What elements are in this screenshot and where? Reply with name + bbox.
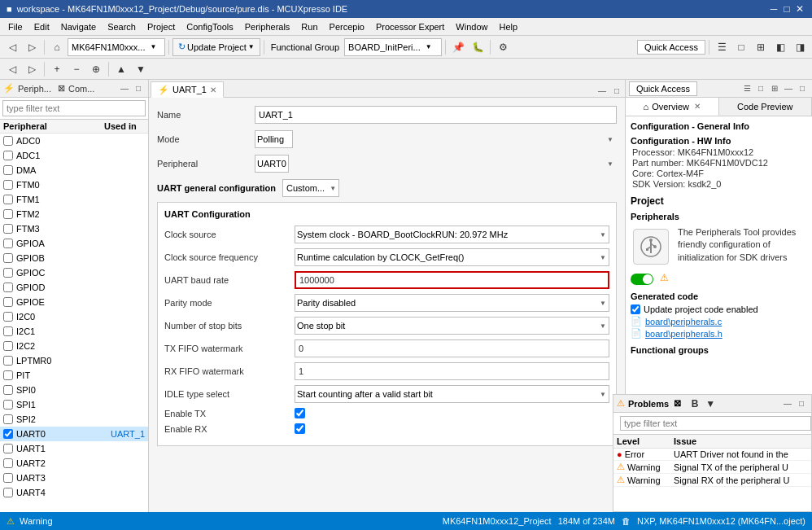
problems-filter-input[interactable] [620,416,811,431]
minimize-button[interactable]: ─ [768,3,779,15]
ftm0-checkbox[interactable] [3,180,13,190]
problem-row-error[interactable]: ● Error UART Driver not found in the [613,449,811,461]
toolbar-extra-1[interactable]: ☰ [713,38,731,56]
board-peripherals-c-link[interactable]: board\peripherals.c [645,317,722,326]
list-item[interactable]: LPTMR0 [0,353,148,368]
list-item[interactable]: FTM0 [0,177,148,192]
problems-bold-btn[interactable]: B [688,396,702,411]
list-item[interactable]: FTM1 [0,192,148,207]
menu-edit[interactable]: Edit [29,20,55,33]
peripheral-toggle[interactable] [631,274,653,285]
center-panel-max[interactable]: □ [610,84,623,97]
gpioc-checkbox[interactable] [3,268,13,278]
menu-run[interactable]: Run [296,20,322,33]
clock-source-freq-select[interactable]: Runtime calculation by CLOCK_GetFreq() [295,248,609,266]
list-item[interactable]: UART3 [0,471,148,485]
functional-group-dropdown[interactable]: BOARD_InitPeri... ▼ [344,38,442,56]
adc1-checkbox[interactable] [3,151,13,160]
i2c2-checkbox[interactable] [3,341,13,351]
menu-percepio[interactable]: Percepio [325,20,369,33]
uart1-tab[interactable]: ⚡ UART_1 ✕ [151,81,224,98]
debug-button[interactable]: 🐛 [469,38,487,56]
menu-peripherals[interactable]: Peripherals [240,20,295,33]
filter-input[interactable] [2,100,146,116]
gpioe-checkbox[interactable] [3,297,13,307]
list-item[interactable]: FTM3 [0,221,148,236]
problems-maximize[interactable]: □ [795,397,808,410]
project-dropdown[interactable]: MK64FN1M0xxx... ▼ [68,38,165,56]
menu-search[interactable]: Search [103,20,141,33]
pin-button[interactable]: 📌 [449,38,467,56]
list-item[interactable]: UART1 [0,441,148,456]
right-panel-btn-2[interactable]: □ [754,82,767,95]
clock-source-select[interactable]: System clock - BOARD_BootClockRUN: 20.97… [295,226,609,243]
ftm1-checkbox[interactable] [3,195,13,204]
quick-access-button[interactable]: Quick Access [637,40,705,55]
periph-add[interactable]: + [48,60,66,78]
code-preview-tab[interactable]: Code Preview [719,98,813,116]
update-project-checkbox[interactable] [631,304,640,314]
menu-file[interactable]: File [3,20,28,33]
settings-button[interactable]: ⚙ [494,38,512,56]
i2c1-checkbox[interactable] [3,326,13,336]
list-item[interactable]: DMA [0,163,148,177]
list-item[interactable]: SPI2 [0,412,148,427]
home-button[interactable]: ⌂ [48,38,66,56]
list-item[interactable]: I2C0 [0,309,148,324]
list-item[interactable]: GPIOD [0,280,148,295]
periph-down[interactable]: ▼ [132,60,150,78]
problem-row-warning-1[interactable]: ⚠ Warning Signal TX of the peripheral U [613,461,811,474]
menu-processorexpert[interactable]: Processor Expert [371,20,449,33]
stop-bits-select[interactable]: One stop bit Two stop bits [295,317,609,335]
menu-window[interactable]: Window [451,20,492,33]
adc0-checkbox[interactable] [3,136,13,146]
board-peripherals-h-link[interactable]: board\peripherals.h [645,329,723,339]
idle-type-select[interactable]: Start counting after a valid start bit [295,385,609,403]
uart1-tab-close[interactable]: ✕ [210,85,216,94]
toolbar-extra-4[interactable]: ◧ [771,38,789,56]
gpiod-checkbox[interactable] [3,283,13,292]
list-item[interactable]: PIT [0,368,148,383]
periph-copy[interactable]: ⊕ [87,60,105,78]
list-item[interactable]: UART2 [0,456,148,471]
maximize-button[interactable]: □ [781,3,792,15]
lptmr0-checkbox[interactable] [3,356,13,366]
periph-remove[interactable]: − [68,60,85,78]
list-item[interactable]: GPIOA [0,236,148,251]
list-item[interactable]: SPI0 [0,383,148,397]
spi1-checkbox[interactable] [3,400,13,410]
list-item[interactable]: UART4 [0,485,148,500]
forward-button[interactable]: ▷ [23,38,41,56]
mode-select[interactable]: Polling Interrupt DMA [255,130,293,148]
i2c0-checkbox[interactable] [3,312,13,322]
baud-rate-input[interactable] [295,271,609,289]
problem-row-warning-2[interactable]: ⚠ Warning Signal RX of the peripheral U [613,474,811,487]
panel-maximize-btn[interactable]: □ [132,82,145,95]
right-panel-btn-1[interactable]: ☰ [740,82,753,95]
center-panel-min[interactable]: — [596,84,609,97]
periph-forward[interactable]: ▷ [23,60,41,78]
uart0-list-item[interactable]: UART0UART_1 [0,427,148,441]
gpioa-checkbox[interactable] [3,239,13,248]
list-item[interactable]: GPIOB [0,251,148,265]
pit-checkbox[interactable] [3,370,13,380]
menu-configtools[interactable]: ConfigTools [181,20,238,33]
overview-tab-close[interactable]: ✕ [694,102,701,111]
menu-project[interactable]: Project [142,20,180,33]
uart3-checkbox[interactable] [3,473,13,483]
panel-minimize-btn[interactable]: — [118,82,131,95]
uart2-checkbox[interactable] [3,458,13,468]
problems-filter-btn[interactable]: ▼ [703,396,718,411]
uart1-checkbox[interactable] [3,444,13,453]
right-panel-btn-5[interactable]: □ [796,82,809,95]
toolbar-extra-2[interactable]: □ [732,38,750,56]
list-item[interactable]: GPIOE [0,295,148,309]
right-quick-access-button[interactable]: Quick Access [629,81,697,96]
right-panel-btn-3[interactable]: ⊞ [768,82,781,95]
dma-checkbox[interactable] [3,165,13,175]
tx-fifo-input[interactable] [295,339,609,357]
update-project-button[interactable]: ↻ Update Project ▼ [172,38,260,56]
enable-tx-checkbox[interactable] [295,408,305,418]
periph-back[interactable]: ◁ [3,60,21,78]
overview-tab[interactable]: ⌂ Overview ✕ [626,98,719,116]
